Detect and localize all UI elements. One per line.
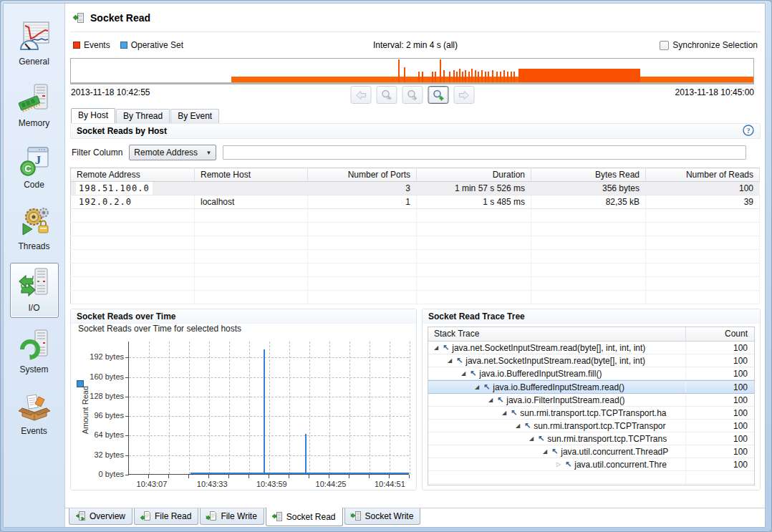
stack-frame-icon: ↖ xyxy=(565,460,571,469)
x-tick-mark xyxy=(269,475,269,478)
tab-file-read[interactable]: File Read xyxy=(134,508,198,525)
col-number-of-ports[interactable]: Number of Ports xyxy=(308,168,417,182)
code-icon: J C xyxy=(17,143,52,178)
tab-overview[interactable]: Overview xyxy=(69,508,132,525)
sidebar-item-events[interactable]: Events xyxy=(10,386,59,441)
expanded-icon[interactable]: ◢ xyxy=(541,448,549,455)
tab-by-thread[interactable]: By Thread xyxy=(116,109,170,123)
sidebar-item-label: Code xyxy=(24,180,44,190)
count-value: 100 xyxy=(686,356,754,366)
reads-over-time-chart[interactable]: Amount Read 0 bytes32 bytes64 bytes96 by… xyxy=(71,336,416,490)
system-icon xyxy=(17,328,52,362)
tab-by-event[interactable]: By Event xyxy=(170,109,219,123)
x-tick-mark xyxy=(389,475,390,478)
sidebar-item-io[interactable]: I/O xyxy=(10,263,59,318)
synchronize-selection-checkbox[interactable] xyxy=(660,41,669,50)
col-stack-trace[interactable]: Stack Trace xyxy=(428,327,686,341)
expanded-icon[interactable]: ◢ xyxy=(501,410,508,416)
count-value: 100 xyxy=(686,421,754,431)
help-button[interactable]: ? xyxy=(743,125,754,138)
stack-frame-text: java.util.concurrent.ThreadP xyxy=(561,447,668,457)
tree-row[interactable]: ▷↖java.util.concurrent.Thre100 xyxy=(428,458,754,471)
sidebar-item-label: Events xyxy=(21,426,47,436)
timeline-event-spike xyxy=(468,72,470,82)
sidebar-item-memory[interactable]: Memory xyxy=(10,78,59,133)
expanded-icon[interactable]: ◢ xyxy=(433,344,440,351)
main-area: Socket Read Events Operative Set Interva… xyxy=(65,4,765,527)
stack-frame-icon: ↖ xyxy=(497,395,503,405)
zoom-selection-button[interactable] xyxy=(402,86,423,104)
timeline-event-spike xyxy=(404,67,405,82)
col-number-of-reads[interactable]: Number of Reads xyxy=(646,168,760,182)
stack-frame-cell: ◢↖java.io.BufferedInputStream.read() xyxy=(428,381,686,393)
zoom-out-button[interactable] xyxy=(376,86,397,104)
timeline-activity-block xyxy=(518,69,640,82)
timeline-event-spike xyxy=(449,72,450,82)
tree-row[interactable]: ◢↖sun.rmi.transport.tcp.TCPTransport.ha1… xyxy=(428,407,754,420)
x-tick-mark xyxy=(369,475,370,478)
plot-area[interactable] xyxy=(128,342,409,475)
sidebar-item-general[interactable]: General xyxy=(10,16,59,72)
col-bytes-read[interactable]: Bytes Read xyxy=(531,168,646,182)
timeline-event-spike xyxy=(432,72,433,82)
expanded-icon[interactable]: ◢ xyxy=(528,435,535,442)
gridline xyxy=(309,342,310,474)
back-button[interactable] xyxy=(350,86,371,104)
col-duration[interactable]: Duration xyxy=(417,168,531,182)
stack-frame-icon: ↖ xyxy=(551,447,558,456)
expanded-icon[interactable]: ◢ xyxy=(460,370,467,377)
chevron-down-icon: ▼ xyxy=(206,150,211,156)
sidebar: General Memory J xyxy=(4,4,65,527)
empty-row xyxy=(71,236,760,250)
col-remote-address[interactable]: Remote Address xyxy=(71,168,195,182)
tree-row[interactable]: ◢↖java.io.BufferedInputStream.read()100 xyxy=(428,380,754,394)
tree-row[interactable]: ◢↖sun.rmi.transport.tcp.TCPTrans100 xyxy=(428,432,754,445)
forward-button[interactable] xyxy=(453,86,474,104)
stack-frame-text: java.net.SocketInputStream.read(byte[], … xyxy=(465,356,645,366)
sidebar-item-code[interactable]: J C Code xyxy=(10,140,59,195)
expanded-icon[interactable]: ◢ xyxy=(446,357,453,364)
timeline-event-spike xyxy=(456,72,458,82)
synchronize-selection: Synchronize Selection xyxy=(660,40,758,50)
x-tick-mark xyxy=(309,475,309,478)
gridline xyxy=(370,342,370,474)
col-count[interactable]: Count xyxy=(686,327,754,341)
expanded-icon[interactable]: ◢ xyxy=(487,397,494,403)
tree-row[interactable]: ◢↖sun.rmi.transport.tcp.TCPTranspor100 xyxy=(428,420,754,432)
table-row[interactable]: 192.0.2.0 localhost 1 1 s 485 ms 82,35 k… xyxy=(71,195,760,209)
expanded-icon[interactable]: ◢ xyxy=(514,422,521,429)
threads-icon xyxy=(17,205,52,239)
timeline-event-spike xyxy=(471,69,473,82)
overview-tab-icon xyxy=(74,511,86,521)
x-tick-mark xyxy=(249,475,249,478)
event-timeline[interactable] xyxy=(70,58,754,84)
x-tick-mark xyxy=(188,475,189,478)
tab-socket-write[interactable]: Socket Write xyxy=(344,508,421,525)
tree-row[interactable]: ◢↖java.net.SocketInputStream.read(byte[]… xyxy=(428,342,754,354)
trace-tree-header: Socket Read Trace Tree xyxy=(423,309,760,324)
y-tick-label: 64 bytes xyxy=(72,430,124,439)
expanded-icon[interactable]: ◢ xyxy=(473,384,481,390)
stack-frame-text: java.io.BufferedInputStream.read() xyxy=(493,382,624,392)
filter-column-dropdown[interactable]: Remote Address ▼ xyxy=(129,145,216,160)
filter-text-input[interactable] xyxy=(223,145,746,160)
tree-row[interactable]: ◢↖java.io.BufferedInputStream.fill()100 xyxy=(428,367,754,380)
timeline-event-spike xyxy=(492,70,493,82)
tree-row[interactable]: ◢↖java.util.concurrent.ThreadP100 xyxy=(428,445,754,458)
timeline-event-spike xyxy=(507,72,508,82)
sidebar-item-threads[interactable]: Threads xyxy=(10,201,59,256)
tab-by-host[interactable]: By Host xyxy=(71,108,115,123)
tree-row[interactable]: ◢↖java.net.SocketInputStream.read(byte[]… xyxy=(428,354,754,367)
y-tick-mark xyxy=(125,435,129,436)
view-tabs: By Host By Thread By Event xyxy=(70,107,761,123)
tab-file-write[interactable]: File Write xyxy=(200,508,264,525)
tree-row[interactable]: ◢↖java.io.FilterInputStream.read()100 xyxy=(428,394,754,407)
zoom-in-button[interactable] xyxy=(428,86,448,104)
tab-socket-read[interactable]: Socket Read xyxy=(266,508,343,526)
col-remote-host[interactable]: Remote Host xyxy=(195,168,308,182)
filter-row: Filter Column Remote Address ▼ xyxy=(70,139,761,166)
collapsed-icon[interactable]: ▷ xyxy=(555,461,562,468)
stack-frame-icon: ↖ xyxy=(511,408,517,417)
table-row[interactable]: 198.51.100.0 3 1 min 57 s 526 ms 356 byt… xyxy=(71,182,760,195)
sidebar-item-system[interactable]: System xyxy=(10,324,59,379)
